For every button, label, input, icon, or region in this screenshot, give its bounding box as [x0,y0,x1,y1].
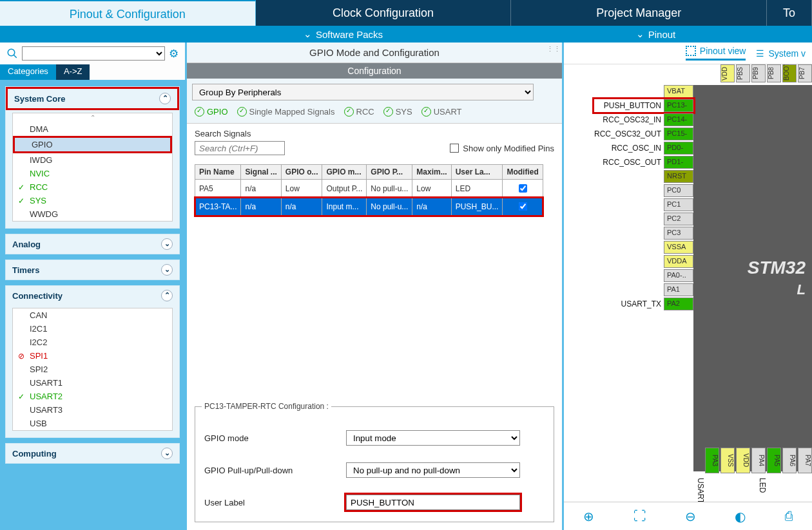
col-user-label[interactable]: User La... [451,165,503,180]
category-system-core[interactable]: System Core ⌃ [6,87,179,110]
sidebar-item-can[interactable]: CAN [13,308,172,322]
mcu-pin[interactable]: VDD [720,64,735,82]
mcu-pin[interactable]: PA1 [664,283,693,296]
tab-az[interactable]: A->Z [56,64,90,80]
zoom-in-icon[interactable]: ⊕ [583,509,594,524]
mcu-pin-row[interactable]: VDDA [594,255,693,268]
sidebar-item-dma[interactable]: DMA [13,122,172,136]
sidebar-item-spi1[interactable]: ⊘SPI1 [13,349,172,363]
col-max-speed[interactable]: Maxim... [412,165,451,180]
sidebar-item-sys[interactable]: ✓SYS [13,194,172,207]
mcu-pin[interactable]: VDD [736,448,750,473]
category-connectivity[interactable]: Connectivity ⌃ [6,286,179,305]
modified-checkbox[interactable] [519,202,527,211]
user-label-input[interactable] [346,495,520,510]
mcu-pin[interactable]: PB8 [767,64,781,82]
mcu-pin-row[interactable]: PC1 [594,198,693,211]
col-gpio-mode[interactable]: GPIO m... [322,165,367,180]
mcu-pin-row[interactable]: PC0 [594,184,693,197]
mcu-pin-row[interactable]: RCC_OSC_OUTPD1- [594,156,693,169]
category-search-select[interactable] [22,46,165,61]
mcu-pin-row[interactable]: PC2 [594,213,693,225]
mcu-pin-row[interactable]: PA1 [594,283,693,296]
fit-icon[interactable]: ⛶ [633,509,646,524]
sidebar-item-nvic[interactable]: NVIC [13,167,172,180]
category-analog[interactable]: Analog ⌄ [6,234,179,254]
mcu-pin[interactable]: VSS [720,448,735,473]
mcu-pin[interactable]: PC13- [664,99,693,112]
subtab-software-packs[interactable]: Software Packs [187,28,499,40]
tab-tools[interactable]: To [767,0,812,26]
mcu-pin[interactable]: PC1 [664,198,693,211]
mcu-pin[interactable]: PA5 [767,448,781,473]
tab-categories[interactable]: Categories [0,64,56,80]
mcu-pin[interactable]: PA4 [751,448,766,473]
mcu-pin[interactable]: VBAT [664,85,693,98]
col-pin-name[interactable]: Pin Name [195,165,241,180]
sidebar-item-gpio[interactable]: GPIO [13,136,172,153]
filter-single-mapped[interactable]: Single Mapped Signals [237,107,335,117]
show-modified-checkbox[interactable]: Show only Modified Pins [450,144,554,153]
export-icon[interactable]: ⎙ [785,509,793,524]
mcu-pin-row[interactable]: NRST [594,170,693,183]
sidebar-item-usart3[interactable]: USART3 [13,403,172,417]
tab-clock-config[interactable]: Clock Configuration [256,0,512,26]
col-gpio-output[interactable]: GPIO o... [281,165,322,180]
sidebar-item-i2c2[interactable]: I2C2 [13,336,172,349]
mcu-pin[interactable]: VSSA [664,241,693,254]
sidebar-item-usb[interactable]: USB [13,417,172,430]
table-row[interactable]: PC13-TA...n/an/aInput m...No pull-u...n/… [195,198,543,216]
filter-usart[interactable]: USART [421,107,462,117]
mcu-pin[interactable]: PC2 [664,213,693,225]
mcu-pin-row[interactable]: PUSH_BUTTONPC13- [594,99,693,112]
mcu-pin-row[interactable]: RCC_OSC32_OUTPC15- [594,128,693,140]
mcu-pin[interactable]: PC3 [664,227,693,240]
subtab-pinout[interactable]: Pinout [499,28,812,40]
mcu-pin-row[interactable]: RCC_OSC_INPD0- [594,142,693,155]
sidebar-item-i2c1[interactable]: I2C1 [13,322,172,336]
tab-system-view[interactable]: ☰ System v [756,48,806,59]
filter-rcc[interactable]: RCC [344,107,374,117]
tab-pinout-view[interactable]: Pinout view [686,46,746,61]
col-signal[interactable]: Signal ... [241,165,281,180]
zoom-out-icon[interactable]: ⊖ [685,509,696,524]
mcu-pin[interactable]: PA0-.. [664,269,693,282]
search-signals-input[interactable] [195,141,285,155]
mcu-pin[interactable]: PB9 [751,64,766,82]
category-timers[interactable]: Timers ⌄ [6,260,179,279]
grip-icon[interactable]: ⋮⋮ [546,45,561,53]
chip-canvas[interactable]: VDDPBSPB9PB8BOOT0PB7 STM32L VBATPUSH_BUT… [564,64,812,502]
mcu-pin-row[interactable]: VBAT [594,85,693,98]
filter-sys[interactable]: SYS [383,107,412,117]
mcu-pin[interactable]: VDDA [664,255,693,268]
sidebar-item-usart1[interactable]: USART1 [13,376,172,390]
mcu-pin[interactable]: PD0- [664,142,693,155]
tab-pinout-config[interactable]: Pinout & Configuration [0,0,256,26]
col-modified[interactable]: Modified [503,165,543,180]
mcu-pin[interactable]: PA7 [798,448,812,473]
col-gpio-pull[interactable]: GPIO P... [367,165,412,180]
sidebar-item-iwdg[interactable]: IWDG [13,153,172,167]
mcu-pin-row[interactable]: RCC_OSC32_INPC14- [594,113,693,126]
mcu-pin[interactable]: PD1- [664,156,693,169]
category-computing[interactable]: Computing ⌄ [6,444,179,463]
mcu-pin[interactable]: NRST [664,170,693,183]
rotate-icon[interactable]: ◐ [735,509,746,524]
mcu-pin[interactable]: PC14- [664,113,693,126]
mcu-pin-row[interactable]: VSSA [594,241,693,254]
mcu-pin[interactable]: PA2 [664,298,693,310]
table-row[interactable]: PA5n/aLowOutput P...No pull-u...LowLED [195,180,543,198]
sidebar-item-usart2[interactable]: ✓USART2 [13,390,172,403]
mcu-pin[interactable]: PBS [736,64,750,82]
filter-gpio[interactable]: GPIO [195,107,228,117]
mcu-pin[interactable]: PA6 [782,448,797,473]
tab-project-manager[interactable]: Project Manager [511,0,767,26]
sidebar-item-wwdg[interactable]: WWDG [13,207,172,221]
gpio-mode-select[interactable]: Input mode [346,430,520,446]
sidebar-item-rcc[interactable]: ✓RCC [13,180,172,194]
mcu-pin[interactable]: BOOT0 [782,64,797,82]
mcu-pin[interactable]: PA3 [705,448,719,473]
sidebar-item-spi2[interactable]: SPI2 [13,363,172,376]
mcu-pin[interactable]: PC0 [664,184,693,197]
mcu-pin-row[interactable]: PC3 [594,227,693,240]
